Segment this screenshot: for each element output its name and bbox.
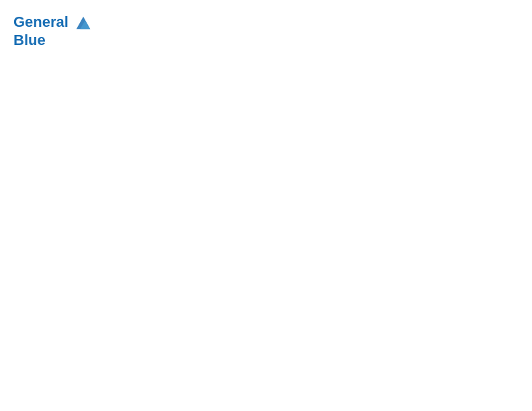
logo-text-blue: Blue	[13, 32, 93, 48]
logo-text: General	[13, 13, 93, 32]
header: General Blue	[13, 13, 519, 48]
logo: General Blue	[13, 13, 93, 48]
